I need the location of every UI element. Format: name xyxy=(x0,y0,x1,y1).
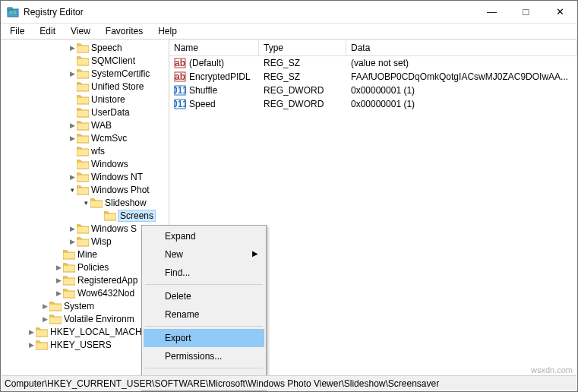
folder-icon xyxy=(77,68,89,79)
folder-icon xyxy=(77,120,89,131)
folder-icon xyxy=(77,94,89,105)
tree-item[interactable]: Unistore xyxy=(1,93,169,106)
tree-item[interactable]: SQMClient xyxy=(1,54,169,67)
folder-icon xyxy=(77,43,89,53)
string-value-icon: ab xyxy=(174,71,186,83)
menu-item-label: Find... xyxy=(165,267,190,278)
value-row[interactable]: 011SpeedREG_DWORD0x00000001 (1) xyxy=(169,97,577,111)
folder-icon xyxy=(77,107,89,118)
folder-icon xyxy=(63,262,75,273)
tree-item[interactable]: ▶WAB xyxy=(1,119,169,131)
tree-item[interactable]: ▶Speech xyxy=(1,41,169,54)
tree-item-label: Windows S xyxy=(91,223,137,234)
tree-item-label: Unified Store xyxy=(91,81,144,92)
list-header: Name Type Data xyxy=(169,40,577,56)
expander-icon[interactable]: ▶ xyxy=(40,302,49,310)
menu-item-find-[interactable]: Find... xyxy=(144,264,264,282)
tree-item-label: WcmSvc xyxy=(91,133,127,144)
menu-item-rename[interactable]: Rename xyxy=(144,305,264,324)
folder-icon xyxy=(77,236,89,247)
context-menu: ExpandNew▶Find...DeleteRenameExportPermi… xyxy=(141,225,267,391)
col-header-name[interactable]: Name xyxy=(169,40,259,55)
folder-icon xyxy=(63,249,75,260)
tree-item[interactable]: ▶WcmSvc xyxy=(1,131,169,144)
titlebar: Registry Editor — □ ✕ xyxy=(1,1,577,24)
menu-item-delete[interactable]: Delete xyxy=(144,287,264,305)
col-header-type[interactable]: Type xyxy=(259,40,346,55)
svg-rect-2 xyxy=(10,11,12,14)
expander-icon[interactable]: ▶ xyxy=(68,70,77,77)
col-header-data[interactable]: Data xyxy=(346,40,577,55)
tree-item[interactable]: UserData xyxy=(1,106,169,119)
maximize-button[interactable]: □ xyxy=(509,1,543,23)
tree-item-label: System xyxy=(64,301,94,311)
menu-item-permissions-[interactable]: Permissions... xyxy=(144,347,264,365)
tree-item-label: SystemCertific xyxy=(91,68,150,79)
expander-icon[interactable]: ▶ xyxy=(68,44,77,52)
status-path: Computer\HKEY_CURRENT_USER\SOFTWARE\Micr… xyxy=(5,378,439,389)
menu-item-export[interactable]: Export xyxy=(144,329,264,347)
expander-icon[interactable]: ▶ xyxy=(68,238,77,245)
folder-icon xyxy=(36,340,48,350)
expander-icon[interactable]: ▶ xyxy=(68,173,77,181)
folder-icon xyxy=(77,172,89,182)
window-buttons: — □ ✕ xyxy=(475,1,577,23)
value-row[interactable]: 011ShuffleREG_DWORD0x00000001 (1) xyxy=(169,84,577,97)
menu-item-label: Permissions... xyxy=(165,351,222,362)
value-name: (Default) xyxy=(189,58,224,68)
value-row[interactable]: ab(Default)REG_SZ(value not set) xyxy=(169,56,577,70)
expander-icon[interactable]: ▾ xyxy=(68,186,77,194)
close-button[interactable]: ✕ xyxy=(543,1,577,23)
expander-icon[interactable]: ▾ xyxy=(81,199,90,207)
expander-icon[interactable]: ▶ xyxy=(54,264,63,271)
tree-item-label: Wow6432Nod xyxy=(77,288,134,299)
tree-item-label: Unistore xyxy=(91,94,125,105)
menu-file[interactable]: File xyxy=(4,24,30,38)
expander-icon[interactable]: ▶ xyxy=(27,341,36,349)
expander-icon[interactable]: ▶ xyxy=(40,315,49,323)
expander-icon[interactable]: ▶ xyxy=(27,328,36,336)
tree-item[interactable]: wfs xyxy=(1,144,169,157)
tree-item-label: SQMClient xyxy=(91,55,135,66)
window-title: Registry Editor xyxy=(24,7,475,17)
expander-icon[interactable]: ▶ xyxy=(54,277,63,284)
tree-item[interactable]: Unified Store xyxy=(1,80,169,93)
tree-item-label: Speech xyxy=(91,43,122,53)
value-data: FAAfUOBP0CDqOmkQotgIACswMJ0ZAC9DOIwAA... xyxy=(346,71,577,82)
expander-icon[interactable]: ▶ xyxy=(68,134,77,142)
value-data: (value not set) xyxy=(346,58,577,68)
tree-item-label: wfs xyxy=(91,146,105,156)
expander-icon[interactable]: ▶ xyxy=(68,225,77,232)
value-row[interactable]: abEncryptedPIDLREG_SZFAAfUOBP0CDqOmkQotg… xyxy=(169,70,577,84)
minimize-button[interactable]: — xyxy=(475,1,509,23)
menu-view[interactable]: View xyxy=(65,24,96,38)
folder-icon xyxy=(49,301,62,311)
menu-item-new[interactable]: New▶ xyxy=(144,245,264,264)
tree-item[interactable]: ▶SystemCertific xyxy=(1,67,169,80)
menu-item-expand[interactable]: Expand xyxy=(144,227,264,245)
value-type: REG_DWORD xyxy=(259,99,346,109)
menu-help[interactable]: Help xyxy=(152,24,183,38)
menu-separator xyxy=(145,368,263,368)
tree-item[interactable]: Windows xyxy=(1,157,169,170)
svg-rect-1 xyxy=(8,8,12,10)
expander-icon[interactable]: ▶ xyxy=(54,289,63,297)
tree-item-label: Slideshow xyxy=(105,198,147,208)
tree-item-label: Windows NT xyxy=(91,172,143,182)
svg-text:011: 011 xyxy=(174,99,186,109)
list-body: ab(Default)REG_SZ(value not set)abEncryp… xyxy=(169,56,577,111)
tree-item[interactable]: Screens xyxy=(1,209,169,222)
tree-item[interactable]: ▶Windows NT xyxy=(1,170,169,183)
tree-item-label: Screens xyxy=(118,210,155,221)
expander-icon[interactable]: ▶ xyxy=(68,122,77,129)
tree-item[interactable]: ▾Slideshow xyxy=(1,196,169,209)
menu-edit[interactable]: Edit xyxy=(33,24,62,38)
menu-separator xyxy=(145,284,263,285)
menu-favorites[interactable]: Favorites xyxy=(99,24,149,38)
tree-item[interactable]: ▾Windows Phot xyxy=(1,183,169,196)
tree-item-label: Wisp xyxy=(91,236,112,247)
folder-icon xyxy=(36,327,48,337)
folder-icon xyxy=(77,159,89,169)
folder-icon xyxy=(77,146,89,156)
folder-icon xyxy=(90,198,103,208)
